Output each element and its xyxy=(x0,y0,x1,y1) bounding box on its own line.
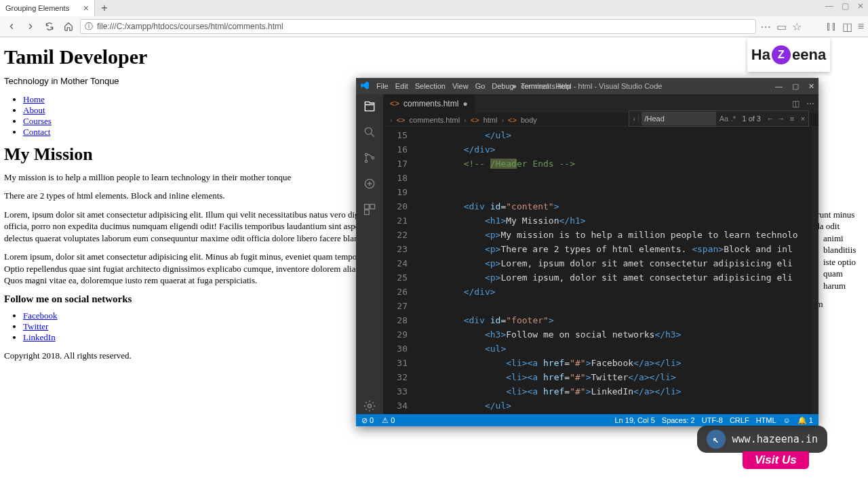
unsaved-indicator-icon: ● xyxy=(462,99,467,108)
tab-bar: Grouping Elements × + xyxy=(0,0,868,16)
nav-home[interactable]: Home xyxy=(23,94,45,104)
menu-selection[interactable]: Selection xyxy=(415,82,446,90)
debug-icon[interactable] xyxy=(361,176,378,192)
vscode-title: comments.html - html - Visual Studio Cod… xyxy=(513,82,663,90)
page-title: Tamil Developer xyxy=(4,45,864,68)
window-controls: — ▢ ✕ xyxy=(825,1,864,11)
settings-icon[interactable] xyxy=(361,398,378,414)
activity-bar xyxy=(356,94,383,414)
code-area[interactable]: </ul> </div> <!-- /Header Ends --> <div … xyxy=(413,127,818,414)
tab-title: Grouping Elements xyxy=(5,4,69,12)
window-minimize[interactable]: — xyxy=(825,1,833,11)
vscode-minimize[interactable]: — xyxy=(775,82,783,91)
social-facebook[interactable]: Facebook xyxy=(23,310,58,321)
status-feedback[interactable]: ☺ xyxy=(783,416,791,425)
info-icon: ⓘ xyxy=(85,21,93,33)
vscode-close[interactable]: ✕ xyxy=(808,82,814,91)
svg-point-8 xyxy=(368,405,372,408)
nav-about[interactable]: About xyxy=(23,105,45,115)
cursor-icon: ↖ xyxy=(707,430,726,449)
status-warnings[interactable]: ⚠ 0 xyxy=(382,416,395,425)
status-errors[interactable]: ⊘ 0 xyxy=(361,416,374,425)
find-expand-icon[interactable]: › xyxy=(629,115,639,123)
menu-icon[interactable]: ≡ xyxy=(858,20,864,33)
address-bar: ⓘ file:///C:/xampp/htdocs/courses/html/c… xyxy=(0,16,868,37)
url-text: file:///C:/xampp/htdocs/courses/html/com… xyxy=(97,22,283,31)
find-result: 1 of 3 xyxy=(742,115,761,123)
search-icon[interactable] xyxy=(361,124,378,140)
hazeena-logo: Ha Z eena xyxy=(747,38,830,72)
vscode-titlebar[interactable]: File Edit Selection View Go Debug Termin… xyxy=(356,78,818,94)
svg-rect-7 xyxy=(365,210,370,215)
status-spaces[interactable]: Spaces: 2 xyxy=(662,416,695,425)
svg-point-2 xyxy=(365,160,367,162)
nav-courses[interactable]: Courses xyxy=(23,116,52,126)
explorer-icon[interactable] xyxy=(361,98,378,115)
html-file-icon: <> xyxy=(397,116,406,124)
more-icon[interactable]: ⋯ xyxy=(760,20,771,33)
line-gutter: 1516171819202122232425262728293031323334… xyxy=(383,127,413,414)
vscode-maximize[interactable]: ▢ xyxy=(792,82,799,91)
visit-overlay: ↖ www.hazeena.in Visit Us xyxy=(697,426,827,469)
code-editor[interactable]: 1516171819202122232425262728293031323334… xyxy=(383,127,818,414)
sidebar-icon[interactable]: ◫ xyxy=(842,20,852,33)
nav-contact[interactable]: Contact xyxy=(23,127,50,137)
html-file-icon: <> xyxy=(390,99,399,108)
svg-rect-6 xyxy=(370,205,375,209)
status-language[interactable]: HTML xyxy=(756,416,776,425)
split-editor-icon[interactable]: ◫ xyxy=(792,99,800,108)
extensions-icon[interactable] xyxy=(361,201,378,218)
window-maximize[interactable]: ▢ xyxy=(842,1,849,11)
find-close-icon[interactable]: × xyxy=(797,115,808,123)
back-button[interactable] xyxy=(4,19,19,34)
social-twitter[interactable]: Twitter xyxy=(23,321,48,331)
home-button[interactable] xyxy=(61,19,76,34)
tab-close-icon[interactable]: × xyxy=(83,3,89,14)
social-linkedin[interactable]: LinkedIn xyxy=(23,332,56,342)
visit-url-pill: ↖ www.hazeena.in xyxy=(697,426,827,453)
menu-go[interactable]: Go xyxy=(475,82,486,90)
reload-button[interactable] xyxy=(42,19,57,34)
vscode-logo-icon xyxy=(360,81,370,90)
window-close[interactable]: ✕ xyxy=(857,1,864,11)
find-selection-icon[interactable]: ≡ xyxy=(787,115,797,123)
reader-icon[interactable]: ▭ xyxy=(776,20,787,33)
browser-tab[interactable]: Grouping Elements × xyxy=(0,0,95,16)
menu-view[interactable]: View xyxy=(452,82,469,90)
find-input[interactable] xyxy=(642,112,716,125)
chevron-right-icon: › xyxy=(390,116,393,124)
status-bell[interactable]: 🔔 1 xyxy=(797,416,813,425)
menu-edit[interactable]: Edit xyxy=(395,82,408,90)
scm-icon[interactable] xyxy=(361,150,378,166)
browser-chrome: — ▢ ✕ Grouping Elements × + ⓘ file:///C:… xyxy=(0,0,868,37)
find-widget: › Aa .* 1 of 3 ← → ≡ × xyxy=(629,110,809,127)
file-tab-label: comments.html xyxy=(403,99,458,108)
regex-icon[interactable]: .* xyxy=(728,115,738,123)
library-icon[interactable]: ⫿⫿ xyxy=(826,20,837,33)
status-lncol[interactable]: Ln 19, Col 5 xyxy=(614,416,654,425)
svg-point-1 xyxy=(365,153,367,155)
file-tab[interactable]: <> comments.html ● xyxy=(383,94,475,113)
new-tab-button[interactable]: + xyxy=(98,1,111,15)
status-bar: ⊘ 0 ⚠ 0 Ln 19, Col 5 Spaces: 2 UTF-8 CRL… xyxy=(356,414,818,426)
find-next-icon[interactable]: → xyxy=(776,115,787,123)
status-encoding[interactable]: UTF-8 xyxy=(702,416,723,425)
minimap[interactable] xyxy=(812,127,818,414)
svg-point-0 xyxy=(365,127,372,134)
url-field[interactable]: ⓘ file:///C:/xampp/htdocs/courses/html/c… xyxy=(80,19,756,34)
bookmark-icon[interactable]: ☆ xyxy=(792,20,802,33)
visit-us-button[interactable]: Visit Us xyxy=(743,451,809,469)
forward-button[interactable] xyxy=(23,19,38,34)
status-eol[interactable]: CRLF xyxy=(730,416,749,425)
menu-debug[interactable]: Debug xyxy=(492,82,513,90)
menu-file[interactable]: File xyxy=(376,82,389,90)
find-prev-icon[interactable]: ← xyxy=(765,115,776,123)
match-case-icon[interactable]: Aa xyxy=(719,115,728,123)
svg-rect-5 xyxy=(365,205,370,209)
more-actions-icon[interactable]: ⋯ xyxy=(806,99,814,108)
vscode-window: File Edit Selection View Go Debug Termin… xyxy=(356,78,818,426)
